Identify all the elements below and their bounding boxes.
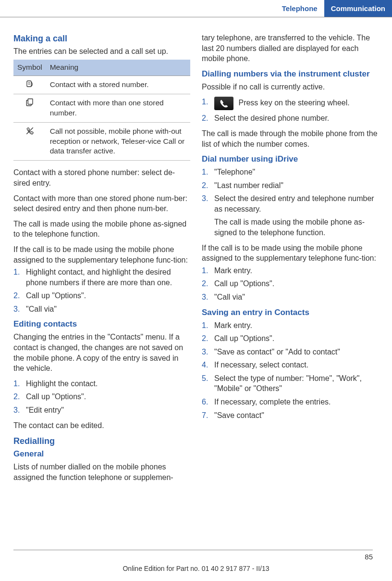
meaning-text: Contact with a stored number. (46, 76, 190, 94)
list-item: Mark entry. (202, 265, 379, 276)
phone-key-icon (214, 97, 233, 110)
list-item: If necessary, select contact. (202, 360, 379, 370)
list-item: Call up "Options". (202, 333, 379, 344)
tab-telephone: Telephone (275, 0, 324, 17)
heading-editing-contacts: Editing contacts (13, 319, 190, 330)
list-call-via: Highlight contact, and highlight the des… (13, 267, 190, 314)
svg-rect-4 (28, 99, 33, 104)
heading-general: General (13, 449, 190, 460)
text: The call is made through the mobile phon… (202, 128, 379, 149)
text: tary telephone, are transferred to the v… (202, 33, 379, 64)
list-cluster: Press key on the steering wheel. Select … (202, 97, 379, 124)
th-symbol: Symbol (13, 60, 46, 76)
meaning-text: Contact with more than one stored number… (46, 94, 190, 122)
table-row: Contact with a stored number. (13, 76, 190, 94)
list-item: "Call via" (202, 292, 379, 303)
heading-making-call: Making a call (13, 33, 190, 44)
footer-line: Online Edition for Part no. 01 40 2 917 … (0, 564, 392, 573)
text: Contact with more than one stored phone … (13, 193, 190, 214)
meaning-text: Call not possible, mobile phone with‐out… (46, 122, 190, 161)
heading-dial-idrive: Dial number using iDrive (202, 154, 379, 165)
th-meaning: Meaning (46, 60, 190, 76)
text: The entries can be selected and a call s… (13, 46, 190, 57)
list-item: "Save as contact" or "Add to contact" (202, 347, 379, 357)
text: Changing the entries in the "Contacts" m… (13, 332, 190, 373)
list-idrive: "Telephone" "Last number redial" Select … (202, 167, 379, 238)
list-item: Call up "Options". (13, 290, 190, 301)
table-row: Call not possible, mobile phone with‐out… (13, 122, 190, 161)
text: If the call is to be made using the mobi… (13, 244, 190, 265)
list-item: "Edit entry" (13, 405, 190, 416)
right-column: tary telephone, are transferred to the v… (202, 33, 379, 488)
list-item: "Save contact" (202, 410, 379, 421)
call-not-possible-icon (13, 122, 46, 161)
list-item: "Telephone" (202, 167, 379, 177)
list-edit: Highlight the contact. Call up "Options"… (13, 379, 190, 416)
svg-rect-0 (27, 81, 31, 87)
list-item: Highlight the contact. (13, 379, 190, 389)
list-item: If necessary, complete the entries. (202, 397, 379, 407)
list-item: Select the desired phone number. (202, 113, 379, 124)
heading-dialling-cluster: Dialling numbers via the instrument clus… (202, 69, 379, 80)
text: Lists of number dialled on the mobile ph… (13, 462, 190, 482)
text: The contact can be edited. (13, 420, 190, 431)
heading-redialling: Redialling (13, 435, 190, 447)
table-row: Contact with more than one stored number… (13, 94, 190, 122)
text: The call is made using the mobile phone … (13, 219, 190, 240)
text: If the call is to be made using the mobi… (202, 243, 379, 264)
heading-saving-entry: Saving an entry in Contacts (202, 307, 379, 318)
tab-communication: Communication (324, 0, 392, 17)
page-content: Making a call The entries can be selecte… (0, 17, 392, 488)
list-item: Select the type of number: "Home", "Work… (202, 373, 379, 394)
left-column: Making a call The entries can be selecte… (13, 33, 190, 488)
list-item: "Call via" (13, 304, 190, 315)
header-tabs: Telephone Communication (0, 0, 392, 17)
list-item: Press key on the steering wheel. (202, 97, 379, 110)
text: Possible if no call is currently active. (202, 82, 379, 92)
list-item-text: Press key on the steering wheel. (238, 99, 349, 107)
list-item: Call up "Options". (13, 392, 190, 402)
symbol-meaning-table: Symbol Meaning Contact with a stored num… (13, 60, 190, 161)
list-item-text: Select the desired entry and telephone n… (214, 194, 374, 213)
page-number: 85 (13, 550, 373, 562)
list-idrive-2: Mark entry. Call up "Options". "Call via… (202, 265, 379, 303)
contact-multi-icon (13, 94, 46, 122)
list-item: Mark entry. (202, 320, 379, 331)
list-item: Highlight contact, and highlight the des… (13, 267, 190, 288)
contact-single-icon (13, 76, 46, 94)
list-item: Select the desired entry and telephone n… (202, 193, 379, 238)
list-item: "Last number redial" (202, 180, 379, 191)
text: Contact with a stored phone number: sele… (13, 167, 190, 188)
list-item: Call up "Options". (202, 278, 379, 289)
list-item-subtext: The call is made using the mobile phone … (214, 217, 379, 238)
list-save: Mark entry. Call up "Options". "Save as … (202, 320, 379, 421)
